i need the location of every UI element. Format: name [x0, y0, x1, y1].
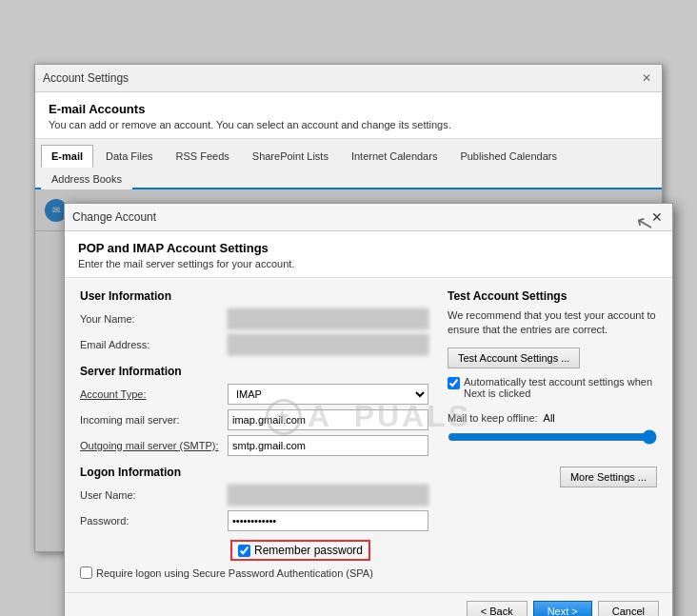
offline-slider[interactable] [448, 429, 657, 445]
inner-titlebar: Change Account ✕ [65, 204, 672, 231]
spa-row: Require logon using Secure Password Auth… [80, 566, 428, 581]
outer-window-title: Account Settings [43, 71, 129, 85]
tab-rss-feeds[interactable]: RSS Feeds [166, 145, 240, 168]
server-info-section-title: Server Information [80, 365, 428, 378]
outgoing-server-label: Outgoing mail server (SMTP): [80, 440, 228, 451]
left-column: User Information Your Name: Email Addres… [80, 289, 428, 581]
outer-header-title: E-mail Accounts [49, 102, 648, 116]
inner-header: POP and IMAP Account Settings Enter the … [65, 231, 672, 278]
right-column: Test Account Settings We recommend that … [448, 289, 657, 581]
spa-label: Require logon using Secure Password Auth… [96, 566, 373, 581]
outer-titlebar: Account Settings ✕ [35, 65, 662, 92]
outgoing-server-input[interactable] [228, 435, 428, 456]
your-name-row: Your Name: [80, 308, 428, 329]
outer-header-description: You can add or remove an account. You ca… [49, 119, 648, 130]
back-button[interactable]: < Back [467, 601, 528, 616]
incoming-server-input[interactable] [228, 409, 428, 430]
test-settings-description: We recommend that you test your account … [448, 308, 657, 338]
next-button[interactable]: Next > [533, 601, 592, 616]
remember-password-label: Remember password [254, 544, 363, 557]
outgoing-server-row: Outgoing mail server (SMTP): [80, 435, 428, 456]
inner-dialog-title: Change Account [72, 210, 156, 224]
incoming-server-row: Incoming mail server: [80, 409, 428, 430]
test-account-settings-button[interactable]: Test Account Settings ... [448, 348, 580, 368]
user-info-section-title: User Information [80, 289, 428, 303]
account-type-row: Account Type: IMAP POP3 [80, 384, 428, 405]
tab-published-calendars[interactable]: Published Calendars [449, 145, 568, 168]
spa-checkbox[interactable] [80, 566, 92, 579]
remember-password-area: Remember password [230, 540, 370, 561]
username-input[interactable] [228, 485, 428, 506]
offline-label: Mail to keep offline: [448, 412, 538, 424]
inner-header-title: POP and IMAP Account Settings [78, 241, 659, 255]
remember-password-checkbox[interactable] [238, 545, 250, 557]
change-account-dialog: Change Account ✕ POP and IMAP Account Se… [64, 203, 673, 616]
outer-close-button[interactable]: ✕ [639, 70, 654, 86]
offline-value: All [544, 412, 555, 424]
auto-test-label: Automatically test account settings when… [464, 376, 657, 399]
tab-sharepoint[interactable]: SharePoint Lists [242, 145, 339, 168]
your-name-label: Your Name: [80, 313, 228, 325]
inner-footer: < Back Next > Cancel [65, 592, 672, 616]
tabs-bar: E-mail Data Files RSS Feeds SharePoint L… [35, 139, 662, 189]
offline-row: Mail to keep offline: All [448, 412, 657, 424]
inner-header-description: Enter the mail server settings for your … [78, 258, 659, 269]
password-input[interactable] [228, 510, 428, 531]
tab-data-files[interactable]: Data Files [95, 145, 164, 168]
offline-slider-container [448, 429, 657, 447]
outer-account-settings-window: Account Settings ✕ E-mail Accounts You c… [34, 64, 663, 552]
email-address-label: Email Address: [80, 339, 228, 350]
account-type-select[interactable]: IMAP POP3 [228, 384, 428, 405]
auto-test-checkbox[interactable] [448, 377, 460, 389]
tab-email[interactable]: E-mail [41, 145, 93, 168]
username-label: User Name: [80, 489, 228, 501]
password-label: Password: [80, 515, 228, 527]
email-address-row: Email Address: [80, 334, 428, 355]
logon-info-section-title: Logon Information [80, 466, 428, 479]
outer-header: E-mail Accounts You can add or remove an… [35, 92, 662, 139]
inner-body: User Information Your Name: Email Addres… [65, 278, 672, 592]
more-settings-button[interactable]: More Settings ... [560, 467, 657, 487]
tab-address-books[interactable]: Address Books [41, 168, 132, 189]
password-row: Password: [80, 510, 428, 531]
test-settings-title: Test Account Settings [448, 289, 657, 303]
account-type-label: Account Type: [80, 388, 228, 400]
cancel-button[interactable]: Cancel [598, 601, 659, 616]
tab-internet-calendars[interactable]: Internet Calendars [341, 145, 448, 168]
username-row: User Name: [80, 485, 428, 506]
incoming-server-label: Incoming mail server: [80, 414, 228, 426]
email-address-input[interactable] [228, 334, 428, 355]
auto-test-row: Automatically test account settings when… [448, 376, 657, 399]
your-name-input[interactable] [228, 308, 428, 329]
